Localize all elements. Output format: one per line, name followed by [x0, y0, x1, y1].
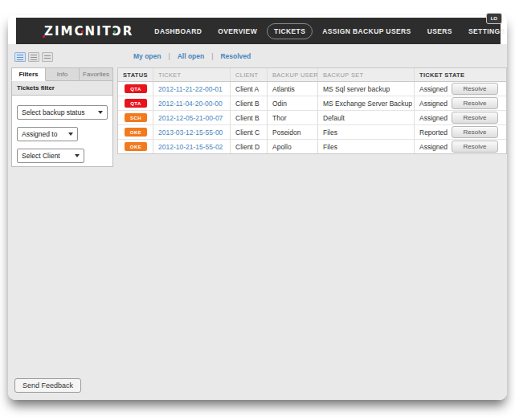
send-feedback-button[interactable]: Send Feedback	[14, 378, 81, 393]
backup-set-cell: Files	[318, 140, 415, 153]
table-header-row: STATUS TICKET CLIENT BACKUP USER BACKUP …	[118, 68, 506, 82]
ticket-link[interactable]: 2012-11-04-20-00-00	[158, 100, 223, 108]
ticket-cell: 2012-12-05-21-00-07	[153, 111, 231, 124]
compact-list-view-icon[interactable]	[28, 52, 39, 62]
status-badge: OKE	[125, 142, 147, 151]
ticket-link[interactable]: 2012-12-05-21-00-07	[158, 114, 223, 122]
column-header-client: CLIENT	[231, 68, 268, 81]
nav-item-dashboard[interactable]: DASHBOARD	[148, 24, 208, 39]
tab-resolved[interactable]: Resolved	[213, 52, 258, 60]
nav-item-overview[interactable]: OVERVIEW	[211, 24, 264, 39]
ticket-state-cell: Assigned Resolve	[415, 96, 506, 110]
backup-status-select[interactable]: Select backup status	[17, 105, 108, 120]
grid-view-icon[interactable]	[42, 52, 53, 62]
status-cell: OKE	[118, 125, 153, 139]
logo-text-r: R	[123, 24, 134, 39]
ticket-cell: 2012-10-21-15-55-02	[153, 140, 231, 153]
ticket-cell: 2012-11-04-20-00-00	[153, 96, 231, 110]
ticket-link[interactable]: 2013-03-12-15-55-00	[158, 128, 223, 137]
client-cell: Client B	[231, 111, 268, 124]
logo-o-red: C	[74, 24, 84, 39]
ticket-link[interactable]: 2012-10-21-15-55-02	[158, 143, 223, 151]
status-cell: SCH	[118, 111, 153, 124]
nav-item-tickets[interactable]: TICKETS	[267, 23, 313, 39]
backup-user-cell: Poseidon	[268, 125, 318, 139]
assigned-to-select-label: Assigned to	[22, 130, 57, 138]
column-header-ticket: TICKET	[153, 68, 231, 81]
nav-item-users[interactable]: USERS	[421, 24, 459, 39]
resolve-button[interactable]: Resolve	[452, 126, 498, 138]
ticket-state-label: Reported	[419, 128, 448, 137]
resolve-button[interactable]: Resolve	[452, 97, 498, 109]
backup-status-select-label: Select backup status	[22, 108, 84, 116]
column-header-backup-set: BACKUP SET	[318, 68, 415, 81]
backup-user-cell: Odin	[268, 96, 318, 110]
client-cell: Client B	[231, 96, 268, 110]
ticket-list-tabs: My open | All open | Resolved	[126, 52, 258, 60]
ticket-link[interactable]: 2012-11-21-22-00-01	[158, 85, 223, 93]
status-badge: OKE	[125, 128, 147, 137]
column-header-status: STATUS	[118, 68, 153, 81]
nav-item-settings[interactable]: SETTINGS	[462, 24, 512, 39]
ticket-state-cell: Assigned Resolve	[415, 140, 506, 153]
tab-all-open[interactable]: All open	[170, 52, 212, 60]
table-row: QTA 2012-11-21-22-00-01 Client A Atlanti…	[118, 82, 506, 96]
detail-list-view-icon[interactable]	[14, 52, 26, 62]
ticket-cell: 2013-03-12-15-55-00	[153, 125, 231, 139]
ticket-cell: 2012-11-21-22-00-01	[153, 82, 231, 96]
logo-red-accent	[43, 35, 45, 38]
ticket-state-cell: Reported Resolve	[415, 125, 506, 139]
logo-text-nit: NIT	[84, 24, 112, 39]
status-cell: QTA	[118, 82, 153, 96]
ticket-state-label: Assigned	[419, 85, 448, 93]
nav-item-assign-backup-users[interactable]: ASSIGN BACKUP USERS	[316, 24, 417, 39]
logo-green-dot-icon	[113, 31, 116, 33]
ticket-state-label: Assigned	[419, 114, 448, 122]
backup-user-cell: Atlantis	[268, 82, 318, 96]
top-navbar: ZIMC NITƆ R DASHBOARD OVERVIEW TICKETS A…	[16, 18, 501, 44]
resolve-button[interactable]: Resolve	[452, 141, 498, 153]
tickets-table: STATUS TICKET CLIENT BACKUP USER BACKUP …	[117, 67, 507, 154]
status-cell: OKE	[118, 140, 153, 153]
backup-set-cell: Default	[318, 111, 415, 124]
table-body: QTA 2012-11-21-22-00-01 Client A Atlanti…	[118, 82, 506, 153]
status-badge: SCH	[125, 113, 147, 122]
chevron-down-icon	[68, 133, 73, 136]
client-cell: Client D	[231, 140, 268, 153]
assigned-to-select[interactable]: Assigned to	[17, 127, 78, 141]
logo-red-dot-icon	[81, 31, 84, 33]
status-cell: QTA	[118, 96, 153, 110]
backup-set-cell: MS Exchange Server Backup	[318, 96, 415, 110]
client-select[interactable]: Select Client	[17, 149, 84, 163]
nav-menu: DASHBOARD OVERVIEW TICKETS ASSIGN BACKUP…	[146, 23, 513, 39]
logo-text-zim: ZIM	[44, 24, 74, 39]
tab-favorites[interactable]: Favorites	[80, 67, 113, 81]
backup-user-cell: Apollo	[268, 140, 318, 153]
column-header-ticket-state: TICKET STATE	[415, 68, 506, 81]
resolve-button[interactable]: Resolve	[452, 112, 498, 124]
client-select-label: Select Client	[22, 152, 60, 160]
tab-my-open[interactable]: My open	[126, 52, 168, 60]
status-badge: QTA	[125, 84, 147, 93]
status-badge: QTA	[125, 99, 147, 108]
ticket-state-cell: Assigned Resolve	[415, 82, 506, 96]
main-content: My open | All open | Resolved Filters In…	[8, 44, 507, 400]
ticket-state-cell: Assigned Resolve	[415, 111, 506, 124]
ticket-state-label: Assigned	[419, 143, 448, 151]
tab-filters[interactable]: Filters	[11, 67, 46, 81]
brand-logo: ZIMC NITƆ R	[44, 24, 133, 39]
column-header-backup-user: BACKUP USER	[268, 68, 318, 81]
logout-button[interactable]: LO	[486, 13, 502, 24]
table-row: OKE 2012-10-21-15-55-02 Client D Apollo …	[118, 140, 506, 153]
resolve-button[interactable]: Resolve	[452, 83, 498, 95]
table-row: QTA 2012-11-04-20-00-00 Client B Odin MS…	[118, 96, 506, 111]
client-cell: Client A	[231, 82, 268, 96]
backup-user-cell: Thor	[268, 111, 318, 124]
filter-panel-body: Select backup status Assigned to Select …	[11, 96, 113, 167]
app-window: ZIMC NITƆ R DASHBOARD OVERVIEW TICKETS A…	[8, 15, 507, 400]
tab-info[interactable]: Info	[46, 67, 80, 81]
tickets-filter-header: Tickets filter	[11, 81, 113, 96]
ticket-state-label: Assigned	[419, 100, 448, 108]
client-cell: Client C	[231, 125, 268, 139]
logo-o-green: Ɔ	[112, 24, 123, 39]
